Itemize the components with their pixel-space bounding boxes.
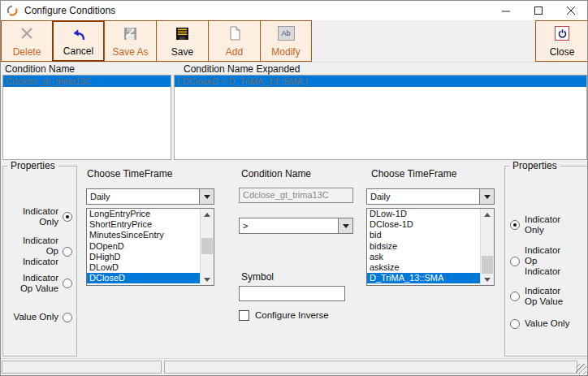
condition-name-expanded-header: Condition Name Expanded	[184, 63, 300, 75]
window-title: Configure Conditions	[24, 5, 115, 16]
configure-inverse-label: Configure Inverse	[255, 310, 329, 320]
status-panel-middle	[164, 361, 577, 374]
properties-left-title: Properties	[7, 160, 58, 171]
list-item[interactable]: ask	[367, 252, 481, 262]
radio-icon	[63, 279, 72, 288]
list-item[interactable]: DLowD	[87, 262, 201, 273]
list-item[interactable]: MinutesSinceEntry	[87, 230, 201, 240]
list-item[interactable]: bidsize	[367, 241, 481, 252]
timeframe-left-combo[interactable]: Daily	[86, 188, 214, 205]
timeframe-right-combo[interactable]: Daily	[366, 188, 495, 205]
list-item-selected[interactable]: D_TriMA_13::SMA	[367, 273, 481, 283]
radio-icon	[510, 292, 520, 301]
radio-left-indicator-op-value[interactable]: Indicator Op Value	[6, 272, 72, 295]
list-item[interactable]: DLow-1D	[367, 209, 481, 219]
scrollbar-down-icon[interactable]	[201, 274, 214, 285]
cancel-button[interactable]: Cancel	[52, 20, 105, 62]
status-panel-left	[2, 361, 162, 374]
list-item[interactable]: asksize	[367, 262, 481, 273]
timeframe-left-label: Choose TimeFrame	[87, 168, 172, 179]
condition-list-header: Condition Name Condition Name Expanded	[1, 62, 587, 76]
condition-row-name[interactable]: Cdclose_gt_trima13C	[3, 76, 171, 87]
properties-right-title: Properties	[509, 160, 560, 171]
radio-right-value-only[interactable]: Value Only	[510, 318, 585, 330]
scrollbar-thumb[interactable]	[482, 256, 493, 274]
radio-right-indicator-only[interactable]: Indicator Only	[510, 214, 585, 236]
radio-left-indicator-only[interactable]: Indicator Only	[6, 205, 72, 228]
condition-name-label: Condition Name	[241, 168, 311, 179]
new-page-icon	[228, 25, 241, 41]
radio-icon	[63, 313, 72, 322]
dropdown-arrow-icon[interactable]	[479, 189, 494, 204]
condition-name-field: Cdclose_gt_trima13C	[239, 188, 353, 203]
delete-x-icon	[20, 25, 33, 41]
save-as-floppy-icon	[123, 25, 137, 41]
resize-grip[interactable]	[576, 364, 586, 374]
modify-ab-icon: Ab	[278, 25, 295, 41]
undo-arrow-icon	[71, 26, 87, 42]
power-icon	[555, 25, 569, 41]
close-button[interactable]: Close	[535, 20, 588, 62]
radio-icon	[63, 247, 72, 257]
save-floppy-icon	[175, 25, 189, 41]
list-item[interactable]: ShortEntryPrice	[87, 219, 201, 230]
list-item[interactable]: DHighD	[87, 252, 201, 262]
configure-conditions-dialog: Configure Conditions Delete	[0, 0, 588, 376]
scrollbar-thumb[interactable]	[201, 238, 213, 254]
list-item[interactable]: LongEntryPrice	[87, 209, 201, 219]
list-item[interactable]: DClose-1D	[367, 219, 481, 230]
symbol-input[interactable]	[239, 286, 345, 301]
modify-button[interactable]: Ab Modify	[260, 20, 312, 62]
minimize-button[interactable]	[490, 1, 522, 20]
radio-icon	[510, 257, 520, 266]
titlebar: Configure Conditions	[1, 1, 587, 20]
radio-icon	[510, 220, 520, 230]
scrollbar[interactable]	[200, 209, 214, 285]
radio-left-indicator-op-indicator[interactable]: Indicator Op Indicator	[6, 235, 72, 268]
scrollbar-up-icon[interactable]	[201, 209, 214, 220]
radio-icon	[63, 212, 72, 222]
save-as-button[interactable]: Save As	[104, 20, 157, 62]
condition-row-expanded[interactable]: ( DCloseD > D_TriMA_13::SMA )	[175, 76, 586, 87]
indicator-list-right[interactable]: DLow-1D DClose-1D bid bidsize ask asksiz…	[366, 208, 495, 286]
indicator-list-left[interactable]: LongEntryPrice ShortEntryPrice MinutesSi…	[86, 208, 214, 286]
condition-expanded-list[interactable]: ( DCloseD > D_TriMA_13::SMA )	[174, 75, 587, 160]
condition-name-header: Condition Name	[5, 63, 75, 75]
status-bar	[1, 358, 587, 375]
scrollbar-down-icon[interactable]	[481, 274, 494, 285]
scrollbar-up-icon[interactable]	[481, 209, 494, 220]
list-item[interactable]: bid	[367, 230, 481, 240]
radio-right-indicator-op-indicator[interactable]: Indicator Op Indicator	[510, 244, 585, 278]
dropdown-arrow-icon[interactable]	[199, 189, 214, 204]
radio-icon	[510, 319, 520, 329]
operator-combo[interactable]: >	[239, 218, 353, 234]
list-item-selected[interactable]: DCloseD	[87, 273, 201, 283]
maximize-button[interactable]	[522, 1, 555, 20]
condition-name-list[interactable]: Cdclose_gt_trima13C	[2, 75, 171, 160]
symbol-label: Symbol	[241, 271, 274, 283]
add-button[interactable]: Add	[208, 20, 261, 62]
minimize-icon	[502, 6, 511, 15]
delete-button[interactable]: Delete	[1, 20, 53, 62]
timeframe-right-label: Choose TimeFrame	[371, 168, 456, 179]
list-item[interactable]: DOpenD	[87, 241, 201, 252]
maximize-icon	[534, 6, 543, 15]
toolbar: Delete Cancel Save As	[1, 20, 587, 62]
app-logo-icon	[6, 5, 18, 16]
radio-left-value-only[interactable]: Value Only	[6, 311, 72, 323]
configure-inverse-checkbox[interactable]	[239, 310, 249, 321]
dropdown-arrow-icon[interactable]	[338, 218, 352, 233]
window-close-button[interactable]	[555, 1, 587, 20]
radio-right-indicator-op-value[interactable]: Indicator Op Value	[510, 285, 585, 308]
scrollbar[interactable]	[480, 209, 494, 285]
close-icon	[567, 6, 576, 15]
save-button[interactable]: Save	[156, 20, 209, 62]
